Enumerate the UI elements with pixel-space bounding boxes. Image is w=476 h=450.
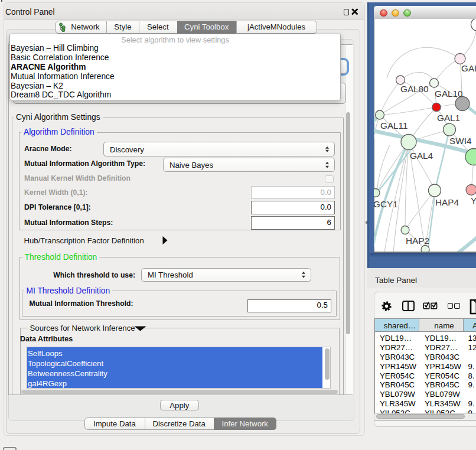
svg-text:Y: Y <box>471 195 476 205</box>
svg-text:GAL4: GAL4 <box>410 150 433 160</box>
svg-text:SWI4: SWI4 <box>449 135 472 145</box>
svg-text:GAL11: GAL11 <box>380 120 408 130</box>
svg-text:HAP4: HAP4 <box>435 197 459 207</box>
svg-text:GAL: GAL <box>461 63 476 73</box>
svg-text:HAP2: HAP2 <box>406 235 429 245</box>
svg-text:GAL80: GAL80 <box>400 83 429 93</box>
svg-text:GAL1: GAL1 <box>437 112 460 122</box>
svg-text:GCY1: GCY1 <box>374 198 398 208</box>
svg-text:GAL10: GAL10 <box>435 88 463 98</box>
